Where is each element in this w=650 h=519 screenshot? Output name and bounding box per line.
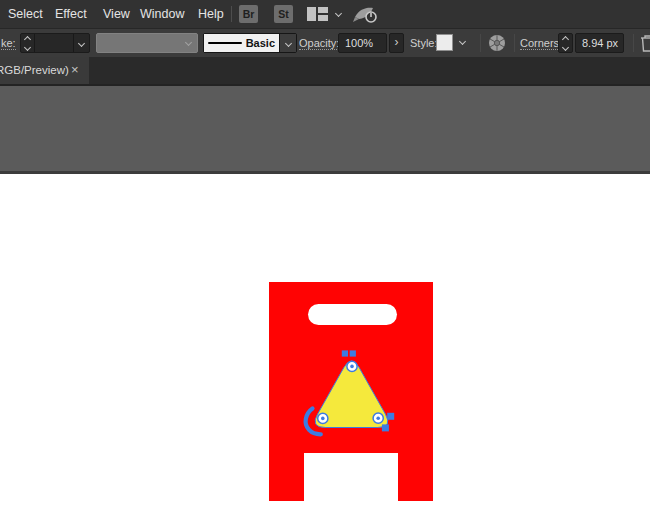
live-corner-widget[interactable] xyxy=(373,413,383,423)
chevron-down-icon xyxy=(284,39,291,46)
corners-input[interactable]: 8.94 px xyxy=(575,33,624,53)
stepper-up-icon[interactable] xyxy=(24,35,31,42)
bridge-button[interactable]: Br xyxy=(239,5,258,23)
anchor-point[interactable] xyxy=(387,413,394,420)
stroke-weight-value[interactable] xyxy=(35,34,73,52)
separator xyxy=(514,34,515,52)
chevron-down-icon[interactable] xyxy=(335,10,342,17)
brush-line-sample xyxy=(208,42,242,45)
style-label: Style: xyxy=(410,37,438,49)
sign-leg-notch xyxy=(304,453,398,501)
menu-bar: Select Effect View Window Help Br St xyxy=(0,0,650,28)
pasteboard[interactable] xyxy=(0,86,650,174)
menu-effect[interactable]: Effect xyxy=(55,7,87,21)
menu-select[interactable]: Select xyxy=(8,7,43,21)
trash-icon[interactable] xyxy=(640,34,650,56)
corners-label[interactable]: Corners: xyxy=(520,37,562,50)
anchor-point[interactable] xyxy=(382,424,389,431)
stroke-weight-combo[interactable] xyxy=(20,33,90,53)
recolor-artwork-icon[interactable] xyxy=(488,34,506,56)
anchor-point[interactable] xyxy=(342,350,348,356)
stock-button[interactable]: St xyxy=(274,5,293,23)
menu-window[interactable]: Window xyxy=(140,7,184,21)
brush-name: Basic xyxy=(246,37,275,49)
workspace-switcher-icon[interactable] xyxy=(307,7,328,25)
opacity-submenu-button[interactable]: › xyxy=(389,33,404,53)
separator xyxy=(633,34,634,52)
stepper-down-icon[interactable] xyxy=(24,43,31,50)
separator xyxy=(480,34,481,52)
chevron-down-icon xyxy=(78,39,85,46)
sign-handle-hole xyxy=(308,304,397,325)
stroke-weight-stepper[interactable] xyxy=(21,34,35,52)
brush-stroke-preview: Basic xyxy=(204,34,279,52)
stepper-up-icon[interactable] xyxy=(562,35,569,42)
document-tab-title: RGB/Preview) xyxy=(0,64,69,76)
document-tab[interactable]: RGB/Preview) × xyxy=(0,57,89,84)
close-icon[interactable]: × xyxy=(71,62,79,77)
control-bar: ke: Basic Opacity: 100% › Style: xyxy=(0,28,650,57)
corners-stepper[interactable] xyxy=(558,33,573,53)
anchor-point[interactable] xyxy=(350,350,356,356)
document-tab-bar: RGB/Preview) × xyxy=(0,57,650,86)
brush-definition-dropdown[interactable]: Basic xyxy=(203,33,297,53)
warning-triangle-shape[interactable] xyxy=(296,342,406,442)
menu-help[interactable]: Help xyxy=(198,7,224,21)
opacity-input[interactable]: 100% xyxy=(338,33,387,53)
opacity-panel-label[interactable]: Opacity: xyxy=(299,37,339,50)
chevron-down-icon[interactable] xyxy=(459,38,466,45)
graphic-style-swatch[interactable] xyxy=(436,34,453,51)
menu-view[interactable]: View xyxy=(103,7,130,21)
chevron-down-icon xyxy=(185,39,192,46)
stroke-panel-label[interactable]: ke: xyxy=(1,37,16,50)
brush-dropdown-button[interactable] xyxy=(279,34,296,52)
gpu-performance-icon[interactable] xyxy=(352,5,378,28)
stroke-weight-dropdown[interactable] xyxy=(73,34,89,52)
menu-separator xyxy=(231,6,232,22)
live-corner-widget[interactable] xyxy=(347,361,357,371)
variable-width-profile-dropdown[interactable] xyxy=(96,33,198,53)
stepper-down-icon[interactable] xyxy=(562,43,569,50)
live-corner-widget[interactable] xyxy=(318,413,328,423)
